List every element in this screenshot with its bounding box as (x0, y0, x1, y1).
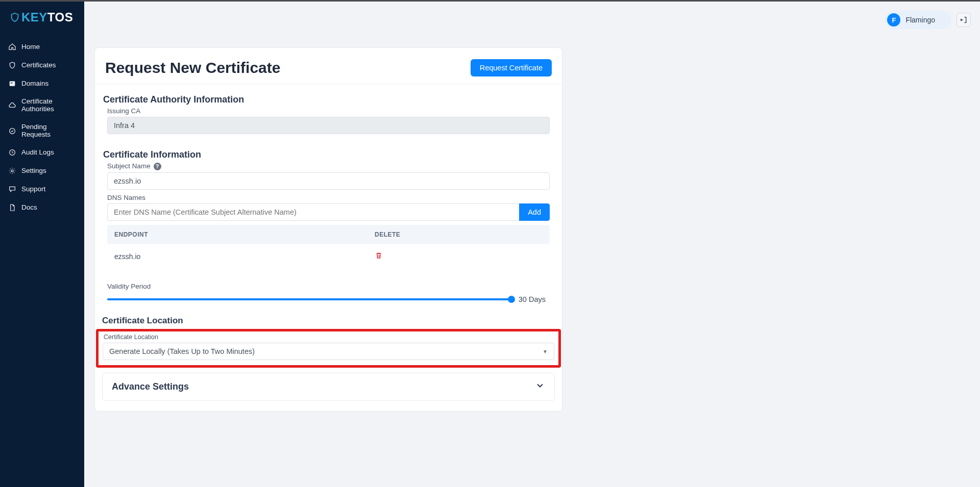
file-icon (8, 203, 16, 212)
slider-fill (107, 298, 511, 300)
subject-name-input[interactable] (107, 172, 550, 190)
cert-info-section: Certificate Information Subject Name ? D… (95, 139, 562, 304)
dns-name-input[interactable] (107, 203, 519, 221)
user-chip[interactable]: F Flamingo (885, 11, 951, 29)
advance-settings-toggle[interactable]: Advance Settings (102, 373, 555, 401)
page-area: F Flamingo Request New Certificate Reque… (84, 2, 980, 487)
sidebar-label: Docs (21, 204, 37, 212)
sidebar-label: Support (21, 186, 45, 193)
check-circle-icon (8, 127, 16, 135)
dns-table: Endpoint Delete ezssh.io (107, 225, 550, 268)
sidebar-label: Domains (21, 80, 48, 88)
logout-icon (960, 16, 968, 24)
user-name: Flamingo (905, 16, 935, 24)
location-heading: Certificate Location (102, 316, 562, 326)
main-card: Request New Certificate Request Certific… (94, 47, 562, 412)
sidebar-item-docs[interactable]: Docs (0, 198, 84, 217)
add-dns-button[interactable]: Add (519, 203, 550, 221)
sidebar-item-certificates[interactable]: Certificates (0, 56, 84, 74)
dns-names-label: DNS Names (107, 194, 555, 201)
sidebar-item-pending-requests[interactable]: Pending Requests (0, 118, 84, 144)
card-header: Request New Certificate Request Certific… (95, 48, 562, 84)
subject-name-label: Subject Name ? (107, 162, 555, 170)
help-icon[interactable]: ? (154, 163, 161, 170)
avatar: F (887, 13, 900, 27)
brand-tos: TOS (47, 10, 73, 24)
sidebar-item-support[interactable]: Support (0, 180, 84, 198)
ca-info-heading: Certificate Authority Information (103, 94, 555, 105)
svg-point-4 (11, 170, 13, 172)
chevron-down-icon (535, 380, 545, 393)
svg-rect-1 (11, 83, 13, 83)
advance-title: Advance Settings (112, 381, 189, 392)
nav-list: Home Certificates Domains Certificate Au… (0, 35, 84, 217)
clock-icon (8, 148, 16, 157)
validity-value: 30 Days (519, 295, 550, 303)
slider-track[interactable] (107, 298, 511, 300)
brand-key: KEY (21, 10, 47, 24)
page-title: Request New Certificate (105, 59, 280, 76)
chevron-down-icon: ▼ (543, 349, 548, 354)
location-label: Certificate Location (104, 334, 554, 341)
validity-label: Validity Period (107, 283, 555, 290)
ca-info-section: Certificate Authority Information Issuin… (95, 84, 562, 139)
trash-icon (375, 251, 383, 260)
request-certificate-button[interactable]: Request Certificate (471, 59, 552, 76)
sidebar-label: Certificates (21, 62, 56, 69)
location-highlight: Certificate Location Generate Locally (T… (96, 329, 561, 368)
sidebar-label: Audit Logs (21, 149, 54, 157)
issuing-ca-value: Infra 4 (107, 117, 550, 134)
sidebar-label: Certificate Authorities (21, 98, 76, 113)
location-select[interactable]: Generate Locally (Takes Up to Two Minute… (103, 343, 554, 360)
logout-button[interactable] (957, 13, 971, 27)
gear-icon (8, 167, 16, 175)
svg-rect-0 (10, 81, 15, 86)
delete-row-button[interactable] (375, 253, 383, 261)
sidebar-item-home[interactable]: Home (0, 38, 84, 56)
sidebar-item-audit-logs[interactable]: Audit Logs (0, 143, 84, 162)
sidebar-label: Pending Requests (21, 123, 76, 139)
endpoint-cell: ezssh.io (107, 245, 368, 268)
dns-input-row: Add (107, 203, 550, 221)
sidebar-label: Home (21, 43, 40, 51)
dns-table-head: Endpoint Delete (107, 225, 550, 244)
cert-info-heading: Certificate Information (103, 149, 555, 160)
shield-icon (9, 11, 20, 24)
location-value: Generate Locally (Takes Up to Two Minute… (109, 347, 255, 355)
table-row: ezssh.io (107, 244, 550, 268)
brand-logo: KEYTOS (0, 0, 84, 35)
cloud-icon (8, 101, 16, 110)
col-delete: Delete (368, 225, 550, 244)
home-icon (8, 43, 16, 51)
sidebar: KEYTOS Home Certificates Domains Certifi… (0, 0, 84, 487)
chat-icon (8, 185, 16, 193)
slider-thumb[interactable] (508, 296, 515, 303)
sidebar-item-domains[interactable]: Domains (0, 74, 84, 93)
col-endpoint: Endpoint (107, 225, 368, 244)
sidebar-item-certificate-authorities[interactable]: Certificate Authorities (0, 93, 84, 118)
validity-slider[interactable]: 30 Days (107, 295, 550, 303)
sidebar-label: Settings (21, 167, 46, 175)
subject-name-text: Subject Name (107, 162, 151, 170)
window-top-strip (0, 0, 980, 2)
header-bar: F Flamingo (84, 2, 980, 38)
sidebar-item-settings[interactable]: Settings (0, 162, 84, 180)
issuing-ca-label: Issuing CA (107, 107, 555, 115)
card-icon (8, 80, 16, 88)
shield-icon (8, 61, 16, 69)
